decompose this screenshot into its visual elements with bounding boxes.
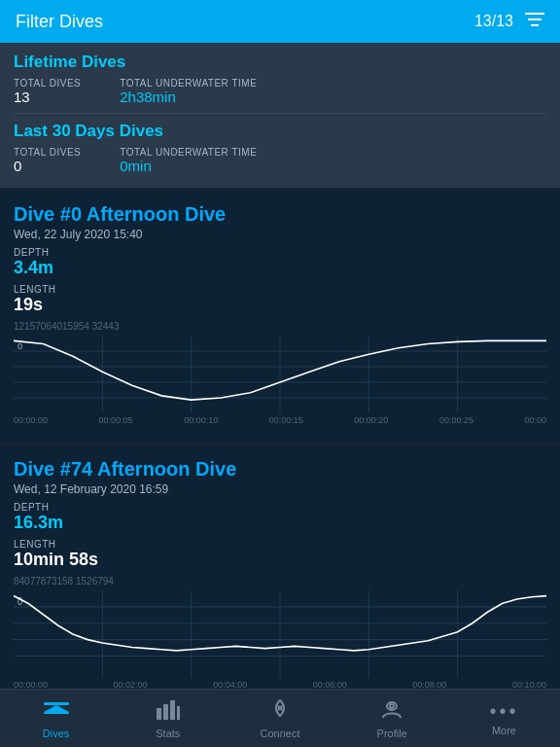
svg-rect-26 xyxy=(157,708,161,720)
nav-label-connect: Connect xyxy=(261,728,300,739)
dive-74-time-labels: 00:00:00 00:02:00 00:04:00 00:06:00 00:0… xyxy=(14,680,546,689)
svg-rect-29 xyxy=(177,706,180,720)
summary-section: Lifetime Dives TOTAL DIVES 13 TOTAL UNDE… xyxy=(0,43,560,188)
svg-rect-28 xyxy=(170,700,175,720)
lifetime-underwater-time-value: 2h38min xyxy=(120,89,257,105)
section-divider xyxy=(14,113,546,114)
dive-0-depth-value: 3.4m xyxy=(14,258,53,278)
dive-0-length: LENGTH 19s xyxy=(14,284,56,315)
svg-text:0: 0 xyxy=(18,341,22,351)
stats-icon xyxy=(157,698,180,726)
svg-marker-24 xyxy=(44,705,69,712)
dive-0-stats: DEPTH 3.4m xyxy=(14,247,546,278)
dive-74-length: LENGTH 10min 58s xyxy=(14,539,98,570)
lifetime-underwater-time-label: TOTAL UNDERWATER TIME xyxy=(120,78,257,89)
last30-underwater-time: TOTAL UNDERWATER TIME 0min xyxy=(120,147,257,174)
dive-74-card[interactable]: Dive #74 Afternoon Dive Wed, 12 February… xyxy=(0,446,560,689)
dive-74-chart: 0 00:00:00 00:02:00 00:04:00 00:06:00 00… xyxy=(14,590,546,689)
dive-0-date: Wed, 22 July 2020 15:40 xyxy=(14,228,546,241)
dive-74-length-label: LENGTH xyxy=(14,539,98,550)
nav-item-stats[interactable]: Stats xyxy=(112,690,224,747)
dive-74-depth: DEPTH 16.3m xyxy=(14,502,63,533)
dive-74-length-value: 10min 58s xyxy=(14,550,98,570)
dive-74-title: Dive #74 Afternoon Dive xyxy=(14,458,546,480)
profile-icon xyxy=(379,698,404,726)
lifetime-title: Lifetime Dives xyxy=(14,53,546,72)
dive-0-depth-label: DEPTH xyxy=(14,247,53,258)
dive-74-stats: DEPTH 16.3m xyxy=(14,502,546,533)
header-right: 13/13 xyxy=(474,12,544,32)
svg-rect-25 xyxy=(44,712,69,714)
svg-point-32 xyxy=(390,704,394,708)
nav-item-connect[interactable]: Connect xyxy=(224,690,335,747)
svg-rect-27 xyxy=(163,704,168,720)
dive-0-card[interactable]: Dive #0 Afternoon Dive Wed, 22 July 2020… xyxy=(0,192,560,443)
dive-0-length-label: LENGTH xyxy=(14,284,56,295)
dive-0-length-stats: LENGTH 19s xyxy=(14,284,546,315)
dive-74-depth-value: 16.3m xyxy=(14,513,63,533)
dive-count: 13/13 xyxy=(474,13,513,30)
svg-point-30 xyxy=(278,706,282,710)
dive-74-length-stats: LENGTH 10min 58s xyxy=(14,539,546,570)
nav-label-dives: Dives xyxy=(43,728,70,739)
connect-icon xyxy=(270,698,290,726)
last30-total-dives-value: 0 xyxy=(14,158,81,174)
last30-total-dives-label: TOTAL DIVES xyxy=(14,147,81,158)
nav-label-profile: Profile xyxy=(377,728,407,739)
nav-label-stats: Stats xyxy=(156,728,180,739)
svg-rect-23 xyxy=(44,702,69,705)
dive-0-length-value: 19s xyxy=(14,295,56,315)
lifetime-stats-row: TOTAL DIVES 13 TOTAL UNDERWATER TIME 2h3… xyxy=(14,78,546,105)
last30-stats-row: TOTAL DIVES 0 TOTAL UNDERWATER TIME 0min xyxy=(14,147,546,174)
dive-74-date: Wed, 12 February 2020 16:59 xyxy=(14,482,546,496)
main-content: Lifetime Dives TOTAL DIVES 13 TOTAL UNDE… xyxy=(0,43,560,689)
last30-total-dives: TOTAL DIVES 0 xyxy=(14,147,81,174)
more-icon: ••• xyxy=(489,700,518,723)
dive-74-depth-label: DEPTH xyxy=(14,502,63,513)
last30-title: Last 30 Days Dives xyxy=(14,122,546,141)
nav-item-more[interactable]: ••• More xyxy=(448,690,560,747)
dive-0-chart-id: 12157064015954 32443 xyxy=(14,321,546,332)
last30-underwater-time-value: 0min xyxy=(120,158,257,174)
bottom-nav: Dives Stats Connect xyxy=(0,689,560,747)
lifetime-total-dives-value: 13 xyxy=(14,89,81,105)
nav-label-more: More xyxy=(492,725,516,736)
last30-underwater-time-label: TOTAL UNDERWATER TIME xyxy=(120,147,257,158)
nav-item-profile[interactable]: Profile xyxy=(336,690,448,747)
dive-0-time-labels: 00:00:00 00:00:05 00:00:10 00:00:15 00:0… xyxy=(14,415,546,425)
filter-icon[interactable] xyxy=(525,12,544,32)
dive-74-chart-id: 84077873158 1526794 xyxy=(14,576,546,587)
svg-text:0: 0 xyxy=(18,595,22,607)
lifetime-underwater-time: TOTAL UNDERWATER TIME 2h38min xyxy=(120,78,257,105)
header-title: Filter Dives xyxy=(16,12,103,32)
nav-item-dives[interactable]: Dives xyxy=(0,690,112,747)
lifetime-total-dives: TOTAL DIVES 13 xyxy=(14,78,81,105)
dive-0-chart: 0 00:00:00 00:00:05 00:00:10 00:00:15 00… xyxy=(14,336,546,433)
dives-icon xyxy=(44,698,69,726)
dive-0-depth: DEPTH 3.4m xyxy=(14,247,53,278)
lifetime-total-dives-label: TOTAL DIVES xyxy=(14,78,81,89)
dive-0-title: Dive #0 Afternoon Dive xyxy=(14,203,546,226)
app-header: Filter Dives 13/13 xyxy=(0,0,560,43)
